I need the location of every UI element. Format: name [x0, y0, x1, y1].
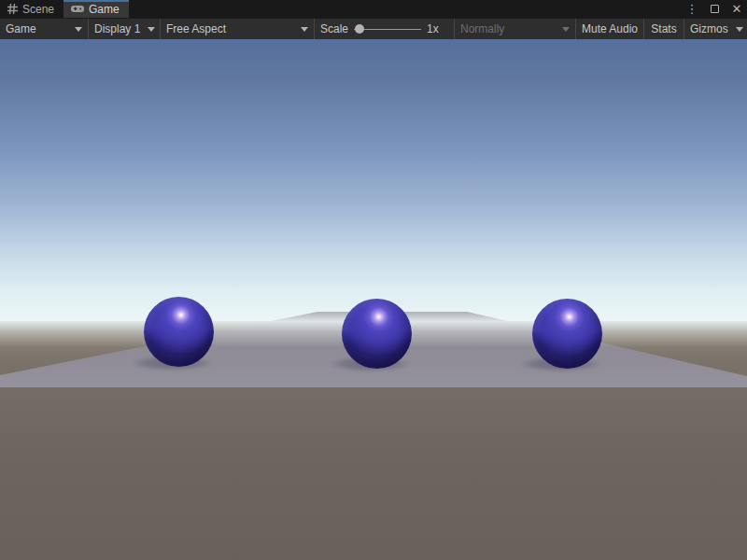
- chevron-down-icon: [301, 27, 308, 32]
- sphere-middle: [342, 299, 412, 369]
- tab-scene[interactable]: Scene: [0, 0, 63, 18]
- close-icon[interactable]: ✕: [730, 2, 743, 17]
- skybox-gradient: [0, 39, 747, 322]
- scale-slider-knob[interactable]: [355, 24, 364, 34]
- chevron-down-icon: [562, 27, 570, 32]
- sphere-left: [144, 297, 214, 367]
- scale-slider[interactable]: [354, 19, 421, 40]
- gamepad-icon: [71, 5, 84, 13]
- kebab-menu-icon[interactable]: ⋮: [685, 2, 698, 17]
- gizmos-dropdown[interactable]: Gizmos: [684, 19, 747, 39]
- chevron-down-icon: [148, 27, 155, 32]
- stats-label: Stats: [651, 22, 676, 35]
- game-view-toolbar: Game Display 1 Free Aspect Scale 1x Norm…: [0, 18, 747, 39]
- vsync-dropdown: Normally: [455, 19, 576, 39]
- tab-scene-label: Scene: [22, 3, 54, 16]
- sphere-right: [532, 299, 602, 369]
- pane-tab-bar: Scene Game ⋮ ✕: [0, 0, 747, 18]
- game-view-menu-dropdown[interactable]: Game: [0, 19, 89, 39]
- scale-label: Scale: [320, 22, 348, 35]
- mute-audio-button[interactable]: Mute Audio: [576, 19, 644, 39]
- window-controls: ⋮ ✕: [685, 0, 743, 18]
- aspect-ratio-label: Free Aspect: [166, 22, 226, 35]
- display-dropdown-label: Display 1: [94, 22, 140, 35]
- aspect-ratio-dropdown[interactable]: Free Aspect: [161, 19, 315, 39]
- mute-audio-label: Mute Audio: [582, 22, 638, 35]
- display-dropdown[interactable]: Display 1: [89, 19, 161, 39]
- vsync-dropdown-label: Normally: [460, 22, 504, 35]
- tab-game[interactable]: Game: [63, 0, 129, 18]
- gizmos-label: Gizmos: [690, 22, 728, 35]
- chevron-down-icon: [75, 27, 82, 32]
- game-render-viewport[interactable]: [0, 39, 747, 560]
- stats-button[interactable]: Stats: [644, 19, 684, 39]
- scale-control: Scale 1x: [315, 19, 455, 39]
- grid-icon: [7, 4, 18, 14]
- tab-game-label: Game: [89, 3, 120, 16]
- chevron-down-icon: [736, 27, 743, 32]
- maximize-icon[interactable]: [708, 2, 721, 17]
- game-view-menu-label: Game: [6, 22, 36, 35]
- scale-value: 1x: [427, 22, 439, 35]
